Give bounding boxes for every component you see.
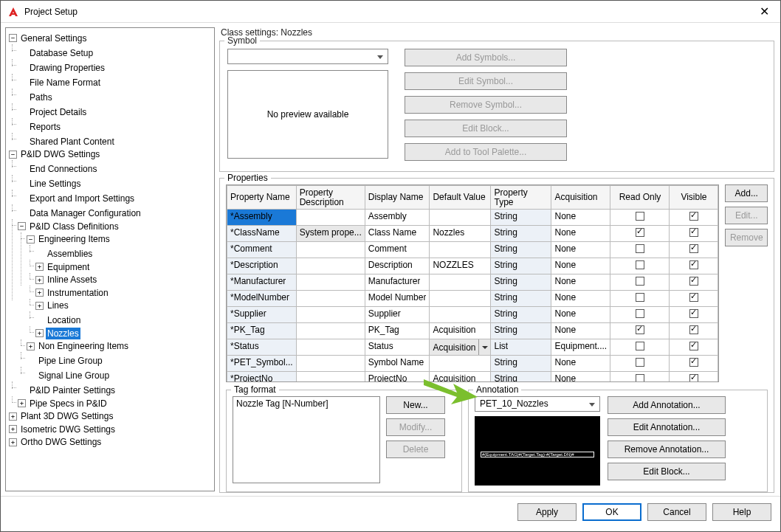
close-icon[interactable]: ✕ <box>754 4 774 19</box>
table-row[interactable]: *ManufacturerManufacturerStringNone <box>227 274 718 291</box>
readonly-checkbox[interactable] <box>636 358 644 367</box>
tree-item[interactable]: Ortho DWG Settings <box>19 436 103 448</box>
visible-checkbox[interactable] <box>689 309 698 318</box>
table-row[interactable]: *StatusStatusAcquisitionListEquipment...… <box>227 339 718 356</box>
tree-item[interactable]: Project Details <box>28 106 88 118</box>
toggle-icon[interactable]: − <box>9 34 17 42</box>
tree-engineering-items[interactable]: Engineering Items <box>37 233 111 245</box>
chevron-down-icon[interactable] <box>478 339 490 355</box>
readonly-checkbox[interactable] <box>636 309 644 318</box>
tree-item[interactable]: Data Manager Configuration <box>28 207 142 219</box>
toggle-icon[interactable]: + <box>27 342 35 350</box>
properties-table[interactable]: Property Name Property Description Displ… <box>226 184 719 382</box>
tree-class-definitions[interactable]: P&ID Class Definitions <box>28 221 120 232</box>
readonly-checkbox[interactable] <box>636 374 644 381</box>
toggle-icon[interactable]: + <box>35 289 44 297</box>
visible-checkbox[interactable] <box>689 277 698 286</box>
remove-annotation-button[interactable]: Remove Annotation... <box>608 441 726 458</box>
tree-item[interactable]: End Connections <box>28 163 98 175</box>
toggle-icon[interactable]: − <box>9 151 17 159</box>
visible-checkbox[interactable] <box>689 260 698 269</box>
tree-item[interactable]: Non Engineering Items <box>37 340 130 352</box>
readonly-checkbox[interactable] <box>636 228 644 237</box>
readonly-checkbox[interactable] <box>636 277 644 286</box>
nav-tree[interactable]: −General Settings Database Setup Drawing… <box>5 27 215 491</box>
readonly-checkbox[interactable] <box>636 244 644 253</box>
toggle-icon[interactable]: − <box>27 235 35 243</box>
ok-button[interactable]: OK <box>582 503 641 521</box>
tree-item[interactable]: P&ID Painter Settings <box>28 384 117 396</box>
tree-item[interactable]: Drawing Properties <box>28 62 106 74</box>
visible-checkbox[interactable] <box>689 325 698 334</box>
table-row[interactable]: *SupplierSupplierStringNone <box>227 307 718 323</box>
visible-checkbox[interactable] <box>689 293 698 302</box>
remove-property-button[interactable]: Remove <box>725 229 768 246</box>
visible-checkbox[interactable] <box>689 374 698 381</box>
readonly-checkbox[interactable] <box>636 293 644 302</box>
tree-item[interactable]: Plant 3D DWG Settings <box>19 410 114 422</box>
tree-item[interactable]: File Name Format <box>28 77 102 89</box>
edit-symbol-button[interactable]: Edit Symbol... <box>405 72 567 90</box>
tree-pid-settings[interactable]: P&ID DWG Settings <box>19 148 101 160</box>
tree-item[interactable]: Export and Import Settings <box>28 193 136 204</box>
readonly-checkbox[interactable] <box>636 342 644 350</box>
add-symbols-button[interactable]: Add Symbols... <box>405 49 567 66</box>
tree-item[interactable]: Isometric DWG Settings <box>19 424 117 435</box>
tree-item[interactable]: Pipe Specs in P&ID <box>28 398 109 410</box>
tree-item[interactable]: Instrumentation <box>46 287 110 299</box>
visible-checkbox[interactable] <box>689 342 698 350</box>
tree-item[interactable]: Line Settings <box>28 178 82 190</box>
tree-item[interactable]: Lines <box>46 300 70 311</box>
table-row[interactable]: *ModelNumberModel NumberStringNone <box>227 291 718 307</box>
delete-tag-button[interactable]: Delete <box>386 441 445 458</box>
toggle-icon[interactable]: + <box>9 412 17 421</box>
tree-item[interactable]: Reports <box>28 121 62 133</box>
tree-item[interactable]: Equipment <box>46 261 91 273</box>
apply-button[interactable]: Apply <box>517 503 577 521</box>
tree-item[interactable]: Signal Line Group <box>37 370 111 381</box>
add-annotation-button[interactable]: Add Annotation... <box>608 396 726 414</box>
edit-property-button[interactable]: Edit... <box>725 207 768 224</box>
visible-checkbox[interactable] <box>689 244 698 253</box>
readonly-checkbox[interactable] <box>636 260 644 269</box>
readonly-checkbox[interactable] <box>636 325 644 334</box>
add-palette-button[interactable]: Add to Tool Palette... <box>405 143 567 161</box>
help-button[interactable]: Help <box>712 503 771 521</box>
table-row[interactable]: *PET_Symbol...Symbol NameStringNone <box>227 356 718 372</box>
toggle-icon[interactable]: + <box>9 438 17 446</box>
tree-item[interactable]: Pipe Line Group <box>37 355 104 367</box>
tree-item[interactable]: Location <box>46 314 82 326</box>
annotation-dropdown[interactable]: PET_10_Nozzles <box>475 396 600 412</box>
visible-checkbox[interactable] <box>689 212 698 221</box>
visible-checkbox[interactable] <box>689 228 698 237</box>
toggle-icon[interactable]: − <box>18 222 26 230</box>
modify-tag-button[interactable]: Modify... <box>386 418 445 436</box>
table-row[interactable]: *CommentCommentStringNone <box>227 242 718 258</box>
edit-block-button[interactable]: Edit Block... <box>405 120 567 137</box>
table-row[interactable]: *DescriptionDescriptionNOZZLESStringNone <box>227 258 718 274</box>
tree-item[interactable]: Shared Plant Content <box>28 136 116 148</box>
toggle-icon[interactable]: + <box>18 399 26 407</box>
toggle-icon[interactable]: + <box>35 276 44 284</box>
table-row[interactable]: *ProjectNoProjectNoAcquisitionStringNone <box>227 372 718 382</box>
edit-annotation-block-button[interactable]: Edit Block... <box>608 463 726 480</box>
tree-item[interactable]: Inline Assets <box>46 274 98 286</box>
tree-general-settings[interactable]: General Settings <box>19 32 88 44</box>
toggle-icon[interactable]: + <box>35 329 44 337</box>
tree-item[interactable]: Assemblies <box>46 248 94 260</box>
tag-list[interactable]: Nozzle Tag [N-Number] <box>233 396 380 483</box>
edit-annotation-button[interactable]: Edit Annotation... <box>608 418 726 436</box>
add-property-button[interactable]: Add... <box>725 184 768 202</box>
table-row[interactable]: *AssemblyAssemblyStringNone <box>227 210 718 226</box>
tree-item-nozzles[interactable]: Nozzles <box>46 328 80 339</box>
remove-symbol-button[interactable]: Remove Symbol... <box>405 96 567 114</box>
tree-item[interactable]: Paths <box>28 91 54 103</box>
toggle-icon[interactable]: + <box>35 263 44 271</box>
readonly-checkbox[interactable] <box>636 212 644 221</box>
visible-checkbox[interactable] <box>689 358 698 367</box>
symbol-dropdown[interactable] <box>227 49 388 64</box>
toggle-icon[interactable]: + <box>9 425 17 433</box>
new-tag-button[interactable]: New... <box>386 396 445 414</box>
table-row[interactable]: *PK_TagPK_TagAcquisitionStringNone <box>227 323 718 339</box>
toggle-icon[interactable]: + <box>35 302 44 310</box>
